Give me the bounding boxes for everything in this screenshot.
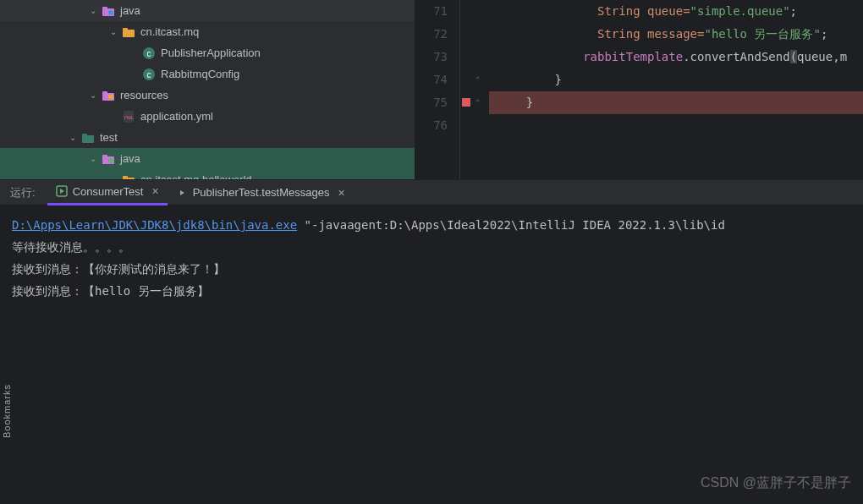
svg-rect-4 — [123, 28, 128, 30]
svg-text:c: c — [147, 70, 151, 79]
chevron-down-icon: ⌄ — [108, 27, 118, 37]
svg-rect-20 — [123, 176, 128, 178]
svg-point-18 — [108, 158, 113, 163]
class-icon: c — [142, 68, 156, 81]
run-config-icon — [56, 185, 68, 197]
resources-icon — [102, 89, 115, 102]
tree-label: application.yml — [140, 110, 213, 123]
tree-label: PublisherApplication — [161, 47, 261, 59]
line-number: 76 — [420, 114, 448, 137]
chevron-down-icon: ⌄ — [108, 175, 118, 180]
output-line: 接收到消息：【你好测试的消息来了！】 — [12, 258, 851, 280]
tree-label: java — [120, 4, 140, 17]
svg-rect-10 — [102, 91, 107, 94]
exe-link[interactable]: D:\Apps\Learn\JDK\JDK8\jdk8\bin\java.exe — [12, 218, 297, 232]
package-icon — [122, 173, 135, 180]
tree-label: cn.itcast.mq — [140, 25, 199, 38]
fold-up-icon[interactable]: ⌃ — [475, 75, 484, 84]
code-editor[interactable]: 71 72 73 74 75 76 ⌃ ⌃ String queue="simp… — [415, 0, 863, 179]
code-line: String queue="simple.queue"; — [489, 0, 863, 23]
java-args: "-javaagent:D:\Apps\Ideal2022\IntelliJ I… — [297, 218, 725, 232]
tab-publisher-test[interactable]: PublisherTest.testMessages × — [168, 180, 354, 205]
tree-node-java[interactable]: ⌄ java — [0, 0, 415, 21]
test-icon — [176, 187, 188, 199]
svg-rect-15 — [82, 134, 87, 136]
line-number: 73 — [420, 46, 448, 68]
tree-node-class[interactable]: c PublisherApplication — [0, 42, 415, 63]
run-label: 运行: — [7, 185, 39, 200]
tree-node-package[interactable]: ⌄ cn.itcast.mq — [0, 21, 415, 42]
marker-gutter — [460, 0, 472, 179]
line-number: 71 — [420, 0, 448, 23]
svg-rect-1 — [102, 7, 107, 9]
fold-up-icon[interactable]: ⌃ — [475, 98, 484, 107]
folder-icon — [102, 4, 115, 18]
bookmarks-tab[interactable]: Bookmarks — [0, 377, 14, 445]
line-gutter: 71 72 73 74 75 76 — [415, 0, 460, 179]
code-line — [489, 114, 863, 137]
svg-rect-3 — [123, 30, 135, 37]
watermark: CSDN @蓝胖子不是胖子 — [701, 474, 851, 492]
tree-node-java-test[interactable]: ⌄ java — [0, 148, 415, 169]
class-icon: c — [142, 47, 156, 60]
code-content[interactable]: String queue="simple.queue"; String mess… — [489, 0, 863, 179]
tab-label: ConsumerTest — [73, 185, 144, 198]
svg-rect-17 — [102, 155, 107, 157]
svg-rect-14 — [82, 135, 94, 143]
folder-icon — [102, 152, 115, 166]
tree-node-yml[interactable]: YML application.yml — [0, 106, 415, 127]
error-marker-icon — [462, 98, 470, 107]
chevron-down-icon: ⌄ — [88, 90, 98, 101]
tree-node-test[interactable]: ⌄ test — [0, 127, 415, 148]
tab-consumer-test[interactable]: ConsumerTest × — [47, 180, 168, 205]
tab-label: PublisherTest.testMessages — [193, 186, 330, 199]
console-tabs: 运行: ConsumerTest × PublisherTest.testMes… — [0, 180, 863, 205]
code-line: rabbitTemplate.convertAndSend(queue,m — [489, 46, 863, 68]
close-icon[interactable]: × — [338, 186, 344, 200]
close-icon[interactable]: × — [151, 184, 158, 198]
folder-icon — [81, 131, 95, 145]
chevron-down-icon: ⌄ — [88, 6, 98, 16]
svg-rect-11 — [108, 95, 113, 99]
output-line: 等待接收消息。。。。 — [12, 236, 851, 258]
console-output[interactable]: D:\Apps\Learn\JDK\JDK8\jdk8\bin\java.exe… — [0, 205, 863, 504]
package-icon — [122, 25, 135, 39]
svg-point-2 — [108, 10, 113, 15]
project-tree[interactable]: ⌄ java ⌄ cn.itcast.mq c PublisherApplica… — [0, 0, 415, 179]
svg-text:c: c — [147, 49, 151, 58]
code-line: } — [489, 68, 863, 91]
tree-label: RabbitmqConfig — [161, 68, 239, 80]
tree-node-package-test[interactable]: ⌄ cn.itcast.mq.helloworld — [0, 169, 415, 179]
tree-label: resources — [120, 89, 168, 101]
tree-label: cn.itcast.mq.helloworld — [140, 173, 252, 179]
code-line: } — [489, 91, 863, 114]
chevron-down-icon: ⌄ — [68, 133, 78, 143]
tree-node-resources[interactable]: ⌄ resources — [0, 85, 415, 106]
svg-text:YML: YML — [124, 115, 135, 120]
fold-gutter: ⌃ ⌃ — [472, 0, 489, 179]
chevron-down-icon: ⌄ — [88, 154, 98, 164]
line-number: 72 — [420, 23, 448, 46]
code-line: String message="hello 另一台服务"; — [489, 23, 863, 46]
output-line: 接收到消息：【hello 另一台服务】 — [12, 280, 851, 302]
tree-node-class[interactable]: c RabbitmqConfig — [0, 63, 415, 85]
tree-label: test — [100, 131, 118, 144]
line-number: 75 — [420, 91, 448, 114]
yml-icon: YML — [122, 110, 135, 123]
console-panel: 运行: ConsumerTest × PublisherTest.testMes… — [0, 179, 863, 504]
tree-label: java — [120, 152, 140, 165]
line-number: 74 — [420, 68, 448, 91]
